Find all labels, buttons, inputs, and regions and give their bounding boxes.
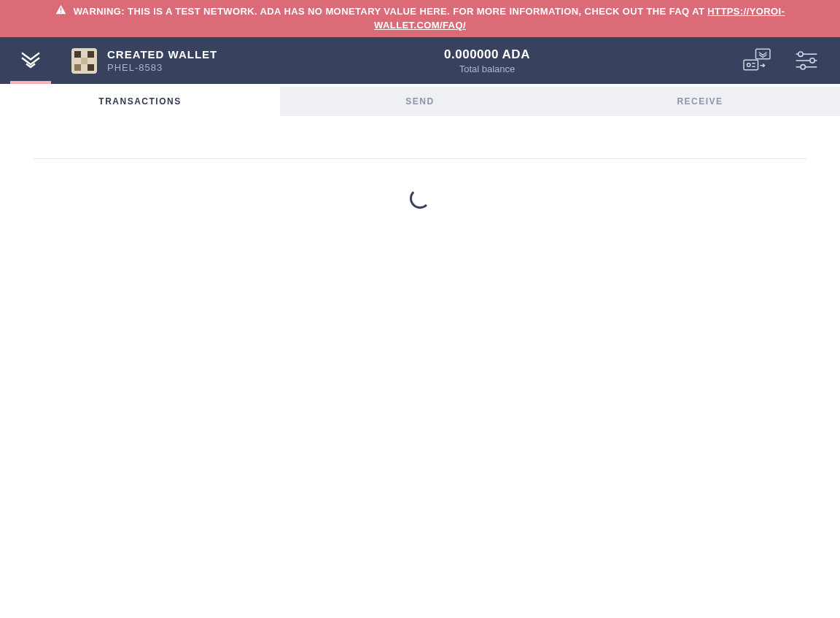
transactions-panel [0,116,840,209]
header-left: CREATED WALLET PHEL-8583 [0,37,233,84]
wallet-identity[interactable]: CREATED WALLET PHEL-8583 [61,48,217,74]
header-balance: 0.000000 ADA Total balance [233,47,741,74]
loading-progress-indicator [10,81,51,84]
wallet-avatar-icon [71,48,97,74]
content-divider [34,158,806,159]
testnet-warning-banner: WARNING: THIS IS A TEST NETWORK. ADA HAS… [0,0,840,37]
wallet-plate-id: PHEL-8583 [107,62,217,73]
tab-receive[interactable]: RECEIVE [560,87,840,116]
yoroi-logo[interactable] [0,37,61,84]
tab-transactions[interactable]: TRANSACTIONS [0,87,280,116]
buy-sell-icon[interactable] [741,45,773,77]
warning-icon [55,4,66,18]
loading-spinner-icon [410,188,430,209]
balance-amount: 0.000000 ADA [233,47,741,62]
wallet-tabs: TRANSACTIONS SEND RECEIVE [0,87,840,116]
svg-point-11 [810,58,814,63]
loading-spinner-container [34,188,806,209]
svg-point-4 [747,63,751,67]
warning-text: WARNING: THIS IS A TEST NETWORK. ADA HAS… [74,6,708,17]
svg-point-12 [801,65,805,69]
svg-point-10 [798,52,803,56]
app-header: CREATED WALLET PHEL-8583 0.000000 ADA To… [0,37,840,84]
svg-rect-0 [61,8,61,11]
balance-label: Total balance [233,63,741,74]
svg-rect-1 [61,12,61,12]
wallet-name: CREATED WALLET [107,48,217,61]
header-actions [741,45,840,77]
settings-icon[interactable] [790,45,822,77]
tab-send[interactable]: SEND [280,87,560,116]
